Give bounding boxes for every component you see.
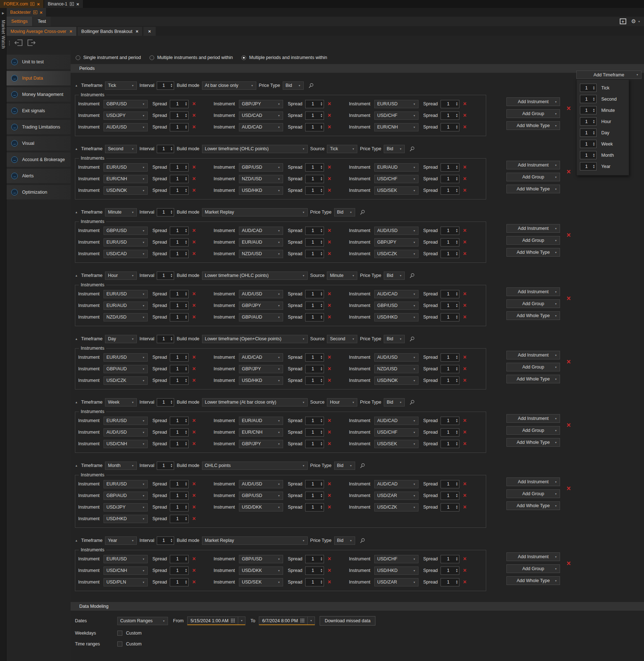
instrument-select[interactable]: NZD/USD▼ (104, 313, 148, 321)
build-mode-select[interactable]: Lower timeframe (At bar close only)▼ (202, 398, 308, 407)
spread-stepper[interactable]: 1▲▼ (305, 428, 324, 437)
spin-down-icon[interactable]: ▼ (455, 432, 458, 434)
spread-stepper[interactable]: 1▲▼ (441, 290, 459, 298)
search-icon[interactable] (409, 336, 415, 342)
instrument-select[interactable]: USD/DKK▼ (239, 503, 283, 511)
spin-down-icon[interactable]: ▼ (185, 115, 187, 118)
spin-down-icon[interactable]: ▼ (320, 231, 323, 233)
add-whole-type-button[interactable]: Add Whole Type▼ (506, 438, 560, 447)
instrument-select[interactable]: EUR/USD▼ (374, 100, 418, 108)
date-picker-icon[interactable] (300, 619, 304, 623)
spread-stepper[interactable]: 1▲▼ (305, 376, 324, 385)
spin-down-icon[interactable]: ▼ (170, 540, 173, 543)
spin-down-icon[interactable]: ▼ (320, 369, 323, 371)
spread-stepper[interactable]: 1▲▼ (441, 227, 459, 235)
spin-down-icon[interactable]: ▼ (320, 294, 323, 296)
date-picker-icon[interactable] (231, 619, 235, 623)
spin-down-icon[interactable]: ▼ (455, 306, 458, 308)
spin-down-icon[interactable]: ▼ (185, 571, 187, 573)
spread-stepper[interactable]: 1▲▼ (441, 250, 459, 258)
remove-instrument-icon[interactable]: × (328, 228, 331, 233)
spin-down-icon[interactable]: ▼ (320, 582, 323, 584)
remove-instrument-icon[interactable]: × (192, 176, 195, 182)
instrument-select[interactable]: NZD/USD▼ (374, 365, 418, 373)
spread-stepper[interactable]: 1▲▼ (441, 555, 459, 563)
spread-stepper[interactable]: 1▲▼ (305, 123, 324, 131)
add-timeframe-option-tick[interactable]: 1▲▼Tick (580, 82, 629, 93)
timeframe-count-stepper[interactable]: 1▲▼ (580, 129, 597, 137)
remove-instrument-icon[interactable]: × (328, 378, 331, 383)
instrument-select[interactable]: USD/ZAR▼ (374, 492, 418, 500)
sidebar-item-optimization[interactable]: →Optimization (7, 185, 71, 199)
spin-down-icon[interactable]: ▼ (185, 306, 187, 308)
spin-down-icon[interactable]: ▼ (455, 496, 458, 498)
spin-down-icon[interactable]: ▼ (170, 466, 173, 468)
add-whole-type-button[interactable]: Add Whole Type▼ (506, 576, 560, 585)
spin-down-icon[interactable]: ▼ (185, 484, 187, 486)
remove-instrument-icon[interactable]: × (328, 493, 331, 498)
remove-instrument-icon[interactable]: × (463, 579, 466, 585)
spin-down-icon[interactable]: ▼ (185, 496, 187, 498)
window-tab-binance[interactable]: Binance-1 × (44, 0, 83, 8)
spread-stepper[interactable]: 1▲▼ (441, 578, 459, 586)
instrument-select[interactable]: EUR/USD▼ (104, 353, 148, 362)
spread-stepper[interactable]: 1▲▼ (305, 111, 324, 120)
spin-down-icon[interactable]: ▼ (170, 149, 173, 151)
close-icon[interactable]: × (37, 2, 40, 7)
collapse-icon[interactable]: ▲ (75, 337, 79, 341)
spin-down-icon[interactable]: ▼ (170, 212, 173, 214)
instrument-select[interactable]: USD/PLN▼ (104, 578, 148, 586)
add-whole-type-button[interactable]: Add Whole Type▼ (506, 311, 560, 320)
sidebar-item-account-brokerage[interactable]: →Account & Brokerage (7, 152, 71, 167)
instrument-select[interactable]: GBP/JPY▼ (239, 100, 283, 108)
search-icon[interactable] (409, 400, 415, 405)
spin-down-icon[interactable]: ▼ (185, 104, 187, 106)
spin-down-icon[interactable]: ▼ (185, 559, 187, 561)
remove-timeframe-icon[interactable]: × (567, 105, 571, 112)
remove-instrument-icon[interactable]: × (192, 481, 195, 487)
remove-instrument-icon[interactable]: × (463, 556, 466, 562)
remove-instrument-icon[interactable]: × (328, 113, 331, 118)
spread-stepper[interactable]: 1▲▼ (305, 555, 324, 563)
remove-timeframe-icon[interactable]: × (567, 358, 571, 365)
instrument-select[interactable]: USD/NOK▼ (104, 186, 148, 195)
strategy-tab-bollinger[interactable]: Bollinger Bands Breakout × (77, 27, 143, 36)
instrument-select[interactable]: USD/CNH▼ (104, 567, 148, 575)
remove-instrument-icon[interactable]: × (328, 124, 331, 130)
remove-instrument-icon[interactable]: × (463, 164, 466, 170)
add-whole-type-button[interactable]: Add Whole Type▼ (506, 501, 560, 510)
spin-down-icon[interactable]: ▼ (455, 317, 458, 319)
spin-down-icon[interactable]: ▼ (320, 496, 323, 498)
spread-stepper[interactable]: 1▲▼ (441, 111, 459, 120)
remove-instrument-icon[interactable]: × (463, 188, 466, 193)
dates-mode-select[interactable]: Custom Ranges ▼ (117, 617, 168, 625)
instrument-select[interactable]: EUR/AUD▼ (239, 238, 283, 247)
spin-down-icon[interactable]: ▼ (320, 179, 323, 181)
spread-stepper[interactable]: 1▲▼ (305, 440, 324, 448)
spin-down-icon[interactable]: ▼ (320, 421, 323, 423)
remove-instrument-icon[interactable]: × (328, 504, 331, 510)
spread-stepper[interactable]: 1▲▼ (170, 567, 189, 575)
timeframe-select[interactable]: Day▼ (105, 335, 137, 343)
spin-down-icon[interactable]: ▼ (320, 242, 323, 244)
price-type-select[interactable]: Bid▼ (334, 536, 355, 545)
add-group-button[interactable]: Add Group▼ (506, 299, 560, 308)
remove-timeframe-icon[interactable]: × (567, 295, 571, 302)
source-select[interactable]: Hour▼ (327, 398, 357, 407)
spin-down-icon[interactable]: ▼ (455, 179, 458, 181)
remove-instrument-icon[interactable]: × (192, 568, 195, 573)
instrument-select[interactable]: GBP/USD▼ (104, 100, 148, 108)
remove-instrument-icon[interactable]: × (192, 579, 195, 585)
spin-down-icon[interactable]: ▼ (455, 444, 458, 446)
remove-instrument-icon[interactable]: × (192, 418, 195, 424)
spread-stepper[interactable]: 1▲▼ (170, 250, 189, 258)
spin-down-icon[interactable]: ▼ (455, 167, 458, 169)
instrument-select[interactable]: AUD/USD▼ (104, 428, 148, 437)
add-instrument-button[interactable]: Add Instrument▼ (506, 224, 560, 233)
remove-instrument-icon[interactable]: × (463, 251, 466, 257)
instrument-select[interactable]: USD/JPY▼ (104, 111, 148, 120)
instrument-select[interactable]: AUD/USD▼ (239, 290, 283, 298)
spin-down-icon[interactable]: ▼ (185, 231, 187, 233)
remove-instrument-icon[interactable]: × (463, 176, 466, 182)
instrument-select[interactable]: USD/HKD▼ (239, 186, 283, 195)
